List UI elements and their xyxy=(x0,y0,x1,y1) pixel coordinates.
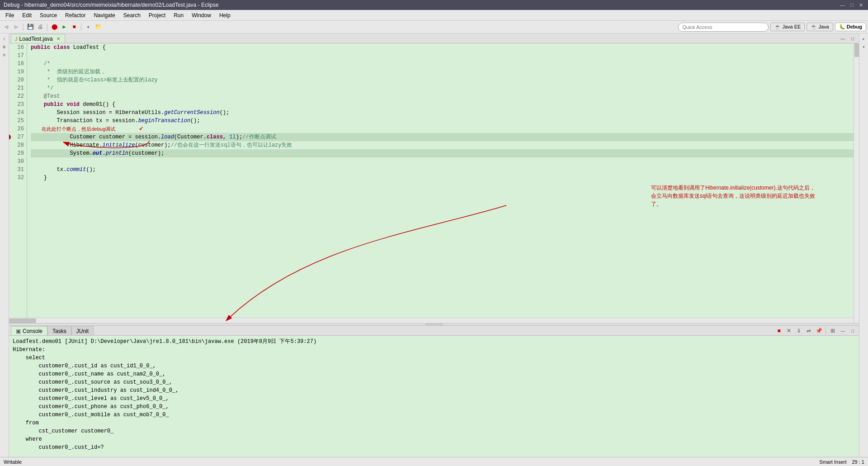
menu-run[interactable]: Run xyxy=(170,11,187,19)
line-29: 29 xyxy=(12,149,24,157)
menu-file[interactable]: File xyxy=(2,11,18,19)
sidebar-icon-2[interactable]: ⚙ xyxy=(1,43,8,51)
code-content: public class LoadTest { /* * 类级别的延迟加载， *… xyxy=(27,43,859,323)
breakpoint-indicator xyxy=(9,134,11,140)
line-31: 31 xyxy=(12,166,24,174)
code-line-26: 在此处打个断点，然后debug调试 ↙ xyxy=(31,125,855,133)
toolbar-forward[interactable]: ▷ xyxy=(12,23,21,32)
toolbar-save[interactable]: 💾 xyxy=(26,23,35,32)
console-pin[interactable]: 📌 xyxy=(814,326,823,335)
line-18: 18 xyxy=(12,60,24,68)
toolbar-run[interactable]: ▶ xyxy=(60,23,69,32)
line-24: 24 xyxy=(12,109,24,117)
junit-tab-label: JUnit xyxy=(76,328,89,334)
menu-bar: File Edit Source Refactor Navigate Searc… xyxy=(0,10,868,21)
scrollbar-thumb[interactable] xyxy=(854,43,859,57)
right-sidebar-icon-1[interactable]: ▸ xyxy=(860,35,868,43)
console-line-table: cst_customer customer0_ xyxy=(13,427,855,435)
tasks-tab-label: Tasks xyxy=(52,328,66,334)
code-line-16: public class LoadTest { xyxy=(31,43,855,52)
line-23: 23 xyxy=(12,100,24,109)
close-button[interactable]: ✕ xyxy=(857,1,864,9)
code-line-17 xyxy=(31,52,855,60)
toolbar-open[interactable]: 📁 xyxy=(94,23,103,32)
title-bar: Debug - hibernate_demo04/src/com/meimeix… xyxy=(0,0,868,10)
editor-tabs: J LoadTest.java ✕ — □ xyxy=(9,33,859,43)
code-line-31: tx.commit(); xyxy=(31,166,855,174)
console-line-condition: customer0_.cust_id=? xyxy=(13,443,855,452)
menu-project[interactable]: Project xyxy=(145,11,169,19)
junit-tab[interactable]: JUnit xyxy=(71,326,94,335)
quick-access-input[interactable] xyxy=(678,23,769,32)
console-stop-btn[interactable]: ■ xyxy=(774,326,783,335)
toolbar-stop[interactable]: ■ xyxy=(70,23,79,32)
code-line-24: Session session = HibernateUtils.getCurr… xyxy=(31,109,855,117)
menu-refactor[interactable]: Refactor xyxy=(61,11,89,19)
console-maximize[interactable]: □ xyxy=(848,326,857,335)
console-scroll-lock[interactable]: ⇓ xyxy=(794,326,803,335)
console-new-console[interactable]: ⊞ xyxy=(828,326,837,335)
left-sidebar: ↕ ⚙ ≡ xyxy=(0,33,9,466)
editor-minimize[interactable]: — xyxy=(838,34,847,43)
console-clear-btn[interactable]: ✕ xyxy=(784,326,793,335)
toolbar-print[interactable]: 🖨 xyxy=(36,23,45,32)
console-line-2: customer0_.cust_name as cust_nam2_0_0_, xyxy=(13,370,855,378)
console-line-7: customer0_.cust_mobile as cust_mob7_0_0_ xyxy=(13,411,855,419)
window-controls[interactable]: — □ ✕ xyxy=(839,1,864,9)
code-line-21: */ xyxy=(31,84,855,92)
editor-maximize[interactable]: □ xyxy=(848,34,857,43)
tab-close-button[interactable]: ✕ xyxy=(57,36,60,41)
editor-tab-loadtest[interactable]: J LoadTest.java ✕ xyxy=(11,34,65,43)
console-minimize[interactable]: — xyxy=(838,326,847,335)
line-26: 26 xyxy=(12,125,24,133)
vertical-scrollbar[interactable] xyxy=(854,43,859,323)
editor-area: J LoadTest.java ✕ — □ 16 17 18 19 20 21 … xyxy=(9,33,859,323)
console-word-wrap[interactable]: ⇌ xyxy=(804,326,813,335)
code-editor[interactable]: 16 17 18 19 20 21 22 23 24 25 26 27 28 2… xyxy=(9,43,859,323)
menu-source[interactable]: Source xyxy=(36,11,61,19)
menu-edit[interactable]: Edit xyxy=(19,11,35,19)
toolbar: ◁ ▷ 💾 🖨 ⬤ ▶ ■ ✦ 📁 ☕ Java EE ☕ Java 🐛 Deb… xyxy=(0,21,868,33)
sidebar-icon-3[interactable]: ≡ xyxy=(1,52,8,59)
console-tab[interactable]: ▣ Console xyxy=(11,326,47,335)
debug-perspective[interactable]: 🐛 Debug xyxy=(835,23,866,31)
menu-window[interactable]: Window xyxy=(188,11,215,19)
horizontal-scrollbar[interactable] xyxy=(9,318,854,323)
console-tab-bar: ▣ Console Tasks JUnit ■ ✕ ⇓ ⇌ 📌 ⊞ — □ xyxy=(9,326,859,336)
toolbar-new[interactable]: ✦ xyxy=(84,23,93,32)
console-line-3: customer0_.cust_source as cust_sou3_0_0_… xyxy=(13,378,855,386)
maximize-button[interactable]: □ xyxy=(848,1,855,9)
status-position: 29 : 1 xyxy=(852,459,864,465)
line-32: 32 xyxy=(12,174,24,182)
console-line-1: customer0_.cust_id as cust_id1_0_0_, xyxy=(13,362,855,370)
console-line-6: customer0_.cust_phone as cust_pho6_0_0_, xyxy=(13,403,855,411)
menu-help[interactable]: Help xyxy=(216,11,234,19)
right-sidebar-icon-2[interactable]: ▾ xyxy=(860,43,868,51)
tasks-tab[interactable]: Tasks xyxy=(47,326,71,335)
code-line-30 xyxy=(31,157,855,166)
console-output: LoadTest.demo01 [JUnit] D:\Developer\Jav… xyxy=(9,336,859,461)
main-content: J LoadTest.java ✕ — □ 16 17 18 19 20 21 … xyxy=(9,33,859,466)
console-icon: ▣ xyxy=(16,328,21,334)
line-numbers: 16 17 18 19 20 21 22 23 24 25 26 27 28 2… xyxy=(9,43,27,323)
menu-navigate[interactable]: Navigate xyxy=(90,11,118,19)
h-scrollbar-thumb[interactable] xyxy=(9,319,36,323)
console-sep xyxy=(826,327,826,334)
java-ee-perspective[interactable]: ☕ Java EE xyxy=(770,23,805,31)
status-writable: Writable xyxy=(4,459,22,465)
code-line-32: } xyxy=(31,174,855,182)
line-20: 20 xyxy=(12,76,24,84)
code-line-19: * 类级别的延迟加载， xyxy=(31,68,855,76)
console-line-from: from xyxy=(13,419,855,427)
java-perspective[interactable]: ☕ Java xyxy=(807,23,833,31)
toolbar-back[interactable]: ◁ xyxy=(2,23,11,32)
menu-search[interactable]: Search xyxy=(120,11,144,19)
sidebar-icon-1[interactable]: ↕ xyxy=(1,35,8,43)
toolbar-debug[interactable]: ⬤ xyxy=(50,23,59,32)
minimize-button[interactable]: — xyxy=(839,1,846,9)
line-25: 25 xyxy=(12,117,24,125)
window-title: Debug - hibernate_demo04/src/com/meimeix… xyxy=(4,2,219,8)
line-21: 21 xyxy=(12,84,24,92)
code-line-29: System.out.println(customer); xyxy=(31,149,855,157)
code-line-28: Hibernate.initialize(customer);//也会在这一行发… xyxy=(31,141,855,149)
